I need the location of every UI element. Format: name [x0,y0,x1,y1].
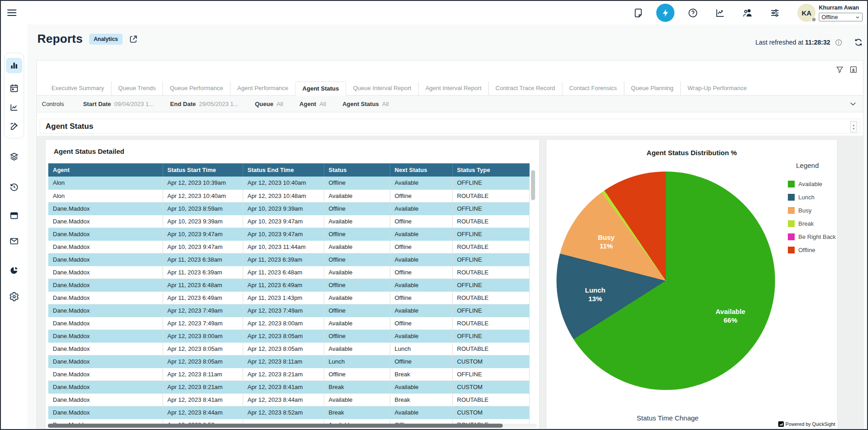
agent-status-select[interactable]: Offline [819,13,863,21]
tab-contact-forensics[interactable]: Contact Forensics [562,81,624,95]
tab-wrap-up-performance[interactable]: Wrap-Up Performance [680,81,754,95]
tab-agent-performance[interactable]: Agent Performance [230,81,295,95]
sidebar-item-channels[interactable] [6,149,22,164]
table-cell: Apr 12, 2023 8:21am [163,380,243,393]
sidebar-item-email[interactable] [6,233,22,249]
table-cell: Offline [390,215,452,228]
table-cell: Apr 11, 2023 6:39am [243,253,324,266]
table-cell: Lunch [324,355,390,368]
agents-icon[interactable] [738,4,756,22]
table-cell: Offline [390,355,452,368]
table-cell: Dane.Maddox [48,202,163,215]
tab-queue-planning[interactable]: Queue Planning [624,81,680,95]
sidebar-item-history[interactable] [6,179,22,195]
table-row[interactable]: Dane.MaddoxApr 12, 2023 8:44amApr 12, 20… [48,406,529,419]
gear-icon [9,292,19,302]
table-row[interactable]: AlonApr 12, 2023 10:40amApr 12, 2023 10:… [48,189,529,202]
column-header-agent[interactable]: Agent [48,163,163,177]
table-cell: Dane.Maddox [48,368,163,380]
metrics-icon[interactable] [711,4,729,22]
tab-executive-summary[interactable]: Executive Summary [45,81,111,95]
control-start-date[interactable]: Start Date09/04/2023 1... [83,101,153,107]
table-row[interactable]: Dane.MaddoxApr 11, 2023 6:39amApr 11, 20… [48,266,529,278]
table-cell: Apr 12, 2023 8:44am [243,393,324,406]
table-cell: Apr 10, 2023 11:44am [243,240,324,253]
column-header-status-end-time[interactable]: Status End Time [243,163,324,177]
legend-item-lunch[interactable]: Lunch [788,191,836,204]
control-agent[interactable]: AgentAll [300,101,326,107]
open-in-new-icon[interactable] [129,35,138,44]
tab-queue-trends[interactable]: Queue Trends [111,81,163,95]
table-row[interactable]: Dane.MaddoxApr 11, 2023 6:38amApr 11, 20… [48,253,529,266]
table-row[interactable]: Dane.MaddoxApr 12, 2023 8:41amApr 12, 20… [48,393,529,406]
sidebar-item-calendar[interactable] [6,81,22,96]
controls-collapse-chevron-icon[interactable] [849,100,857,108]
avatar[interactable]: KA [797,4,816,22]
table-cell: Apr 10, 2023 9:47am [243,228,324,240]
tab-agent-status[interactable]: Agent Status [295,81,346,96]
table-row[interactable]: Dane.MaddoxApr 12, 2023 7:49amApr 12, 20… [48,304,529,317]
legend-item-offline[interactable]: Offline [788,243,836,257]
table-cell: Available [324,317,390,329]
refresh-icon[interactable] [853,37,863,47]
table-horizontal-scrollbar-track[interactable] [48,424,537,428]
table-row[interactable]: Dane.MaddoxApr 12, 2023 8:05amApr 12, 20… [48,355,529,368]
tab-agent-interval-report[interactable]: Agent Interval Report [418,81,488,95]
table-row[interactable]: Dane.MaddoxApr 12, 2023 8:05amApr 12, 20… [48,342,529,355]
table-row[interactable]: Dane.MaddoxApr 12, 2023 7:49amApr 12, 20… [48,317,529,329]
info-icon[interactable] [835,39,842,46]
tab-queue-interval-report[interactable]: Queue Interval Report [346,81,418,95]
help-icon[interactable] [684,4,702,22]
sheet-canvas: Agent Status Detailed AgentStatus Start … [37,136,863,429]
table-cell: Offline [390,291,452,304]
quick-actions-flash-icon[interactable] [656,4,674,22]
controls-bar: Controls Start Date09/04/2023 1...End Da… [37,96,863,112]
table-row[interactable]: AlonApr 12, 2023 10:39amApr 12, 2023 10:… [48,177,529,189]
table-row[interactable]: Dane.MaddoxApr 10, 2023 9:47amApr 10, 20… [48,228,529,240]
legend-item-busy[interactable]: Busy [788,204,836,217]
legend-item-be-right-back[interactable]: Be Right Back [788,230,836,243]
table-row[interactable]: Dane.MaddoxApr 11, 2023 6:49amApr 11, 20… [48,291,529,304]
column-header-status-start-time[interactable]: Status Start Time [163,163,243,177]
settings-sliders-icon[interactable] [766,4,784,22]
table-cell: Available [324,342,390,355]
table-row[interactable]: Dane.MaddoxApr 12, 2023 8:21amApr 12, 20… [48,380,529,393]
agent-status-pie-chart[interactable] [557,172,775,390]
spinner-down-icon[interactable]: ▼ [853,127,855,130]
sheet-spinner[interactable]: ▲▼ [850,121,857,132]
legend-item-available[interactable]: Available [788,177,836,191]
table-row[interactable]: Dane.MaddoxApr 12, 2023 8:00amApr 12, 20… [48,329,529,342]
table-cell: Apr 11, 2023 6:49am [243,278,324,291]
control-agent-status[interactable]: Agent StatusAll [342,101,389,107]
control-end-date[interactable]: End Date29/05/2023 1... [170,101,239,107]
menu-icon[interactable] [7,7,17,18]
tab-contract-trace-record[interactable]: Contract Trace Record [488,81,562,95]
legend-swatch [788,181,795,187]
sidebar-item-settings[interactable] [6,289,22,304]
export-download-icon[interactable] [849,66,858,74]
column-header-status[interactable]: Status [324,163,390,177]
table-cell: Dane.Maddox [48,228,163,240]
sheet-title: Agent Status [40,119,860,133]
legend-item-break[interactable]: Break [788,217,836,230]
table-row[interactable]: Dane.MaddoxApr 10, 2023 9:39amApr 10, 20… [48,215,529,228]
control-queue[interactable]: QueueAll [255,101,283,107]
sidebar-item-workspace[interactable] [6,208,22,223]
table-row[interactable]: Dane.MaddoxApr 12, 2023 8:11amApr 12, 20… [48,368,529,380]
sidebar-item-metrics[interactable] [6,100,22,115]
column-header-next-status[interactable]: Next Status [390,163,452,177]
sidebar-item-reports[interactable] [6,58,22,73]
table-row[interactable]: Dane.MaddoxApr 10, 2023 8:59amApr 10, 20… [48,202,529,215]
sidebar-item-annotate[interactable] [6,119,22,134]
spinner-up-icon[interactable]: ▲ [853,124,855,126]
notes-icon[interactable] [629,4,647,22]
sidebar-item-analytics-pie[interactable] [6,263,22,278]
tab-queue-performance[interactable]: Queue Performance [163,81,230,95]
table-row[interactable]: Dane.MaddoxApr 11, 2023 6:48amApr 11, 20… [48,278,529,291]
table-row[interactable]: Dane.MaddoxApr 10, 2023 9:47amApr 10, 20… [48,240,529,253]
filter-icon[interactable] [836,66,844,74]
table-cell: ROUTABLE [452,393,529,406]
column-header-status-type[interactable]: Status Type [452,163,529,177]
table-horizontal-scrollbar-thumb[interactable] [48,424,503,428]
table-vertical-scrollbar[interactable] [531,170,535,200]
